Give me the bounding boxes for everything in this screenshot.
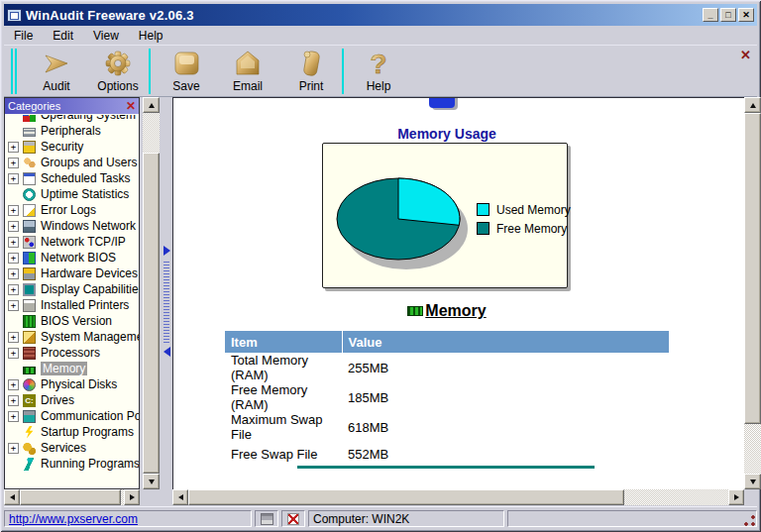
section-divider	[297, 466, 595, 469]
sidebar-item-operating-system[interactable]: Operating System	[8, 115, 139, 123]
expand-plus-icon[interactable]: +	[8, 395, 19, 406]
scroll-up-button[interactable]	[143, 97, 160, 113]
scroll-left-button[interactable]	[4, 489, 20, 505]
sidebar-item-windows-network[interactable]: +Windows Network	[8, 218, 139, 234]
sidebar-item-uptime-statistics[interactable]: Uptime Statistics	[8, 186, 139, 202]
expand-plus-icon[interactable]: +	[8, 173, 19, 184]
expand-plus-icon[interactable]: +	[8, 221, 19, 232]
scroll-thumb[interactable]	[20, 489, 121, 505]
sidebar-item-services[interactable]: +Services	[8, 440, 139, 456]
table-cell: Free Memory (RAM)	[225, 382, 342, 412]
sidebar-item-network-bios[interactable]: +Network BIOS	[8, 250, 139, 266]
menu-view[interactable]: View	[83, 28, 129, 44]
toolbar-close-icon[interactable]: ✕	[740, 49, 751, 61]
sidebar-item-error-logs[interactable]: +Error Logs	[8, 202, 139, 218]
status-save-panel	[255, 510, 278, 527]
scroll-thumb[interactable]	[744, 113, 761, 424]
website-link[interactable]: http://www.pxserver.com	[9, 512, 138, 526]
table-cell: 185MB	[342, 382, 669, 412]
sidebar-item-bios-version[interactable]: BIOS Version	[8, 313, 139, 329]
expand-plus-icon[interactable]: +	[8, 253, 19, 264]
sidebar-item-physical-disks[interactable]: +Physical Disks	[8, 376, 139, 392]
scroll-thumb[interactable]	[188, 489, 624, 505]
menu-file[interactable]: File	[4, 28, 43, 44]
close-button[interactable]: ✕	[738, 8, 754, 22]
toolbar-print-button[interactable]: Print	[282, 48, 340, 96]
sidebar-item-label: Error Logs	[41, 203, 96, 217]
sidebar-splitter[interactable]	[162, 97, 172, 505]
toolbar-options-button[interactable]: Options	[89, 48, 147, 96]
status-link-panel: http://www.pxserver.com	[4, 510, 252, 527]
sidebar-item-startup-programs[interactable]: Startup Programs	[8, 424, 139, 440]
error-logs-icon	[23, 204, 36, 217]
scroll-up-button[interactable]	[744, 97, 761, 113]
sidebar-item-processors[interactable]: +Processors	[8, 345, 139, 361]
column-header-value: Value	[342, 331, 669, 353]
sidebar-item-installed-printers[interactable]: +Installed Printers	[8, 297, 139, 313]
sidebar-item-display-capabilities[interactable]: +Display Capabilities	[8, 281, 139, 297]
hardware-devices-icon	[23, 267, 36, 280]
sidebar-item-groups-and-users[interactable]: +Groups and Users	[8, 155, 139, 170]
sidebar-item-network-tcp-ip[interactable]: +Network TCP/IP	[8, 234, 139, 250]
workspace: Categories ✕ Operating SystemPeripherals…	[4, 97, 757, 505]
expand-plus-icon[interactable]: +	[8, 411, 19, 422]
categories-header: Categories ✕	[5, 98, 139, 114]
content-vertical-scrollbar[interactable]	[744, 97, 761, 489]
sidebar-vertical-scrollbar[interactable]	[143, 97, 160, 489]
legend-swatch	[477, 203, 489, 216]
expand-plus-icon[interactable]: +	[8, 348, 19, 359]
expand-plus-icon[interactable]: +	[8, 268, 19, 279]
sidebar-item-security[interactable]: +Security	[8, 139, 139, 155]
sidebar-item-system-management[interactable]: +System Management	[8, 329, 139, 345]
expand-plus-icon[interactable]: +	[8, 284, 19, 295]
status-computer-panel: Computer: WIN2K	[308, 510, 504, 527]
scroll-right-button[interactable]	[124, 489, 140, 505]
expand-plus-icon[interactable]: +	[8, 142, 19, 153]
toolbar-email-button[interactable]: Email	[219, 48, 276, 96]
sidebar-item-running-programs[interactable]: Running Programs	[8, 456, 139, 472]
sidebar-item-communication-port[interactable]: +Communication Port	[8, 408, 139, 424]
splitter-grip[interactable]	[163, 262, 169, 343]
expand-plus-icon[interactable]: +	[8, 300, 19, 311]
sidebar-item-label: Display Capabilities	[41, 282, 139, 296]
categories-close-icon[interactable]: ✕	[126, 100, 136, 112]
menu-edit[interactable]: Edit	[43, 28, 83, 44]
sidebar-item-peripherals[interactable]: Peripherals	[8, 123, 139, 139]
expand-plus-icon[interactable]: +	[8, 379, 19, 390]
toolbar-button-label: Email	[233, 79, 263, 93]
table-cell: Maximum Swap File	[225, 412, 342, 442]
scroll-down-button[interactable]	[744, 474, 761, 489]
scroll-down-button[interactable]	[143, 474, 160, 489]
scroll-thumb[interactable]	[143, 153, 160, 474]
expand-plus-icon[interactable]: +	[8, 237, 19, 248]
peripherals-icon	[23, 128, 36, 137]
sidebar-item-scheduled-tasks[interactable]: +Scheduled Tasks	[8, 170, 139, 186]
minimize-button[interactable]: _	[703, 8, 718, 22]
sidebar-item-memory[interactable]: Memory	[8, 361, 139, 376]
table-row: Free Swap File552MB	[225, 442, 669, 467]
sidebar-horizontal-scrollbar[interactable]	[4, 489, 140, 505]
splitter-expand-icon[interactable]	[163, 246, 170, 256]
scroll-left-button[interactable]	[172, 489, 188, 505]
app-window: WinAudit Freeware v2.06.3 _ □ ✕ File Edi…	[0, 0, 761, 532]
maximize-button[interactable]: □	[720, 8, 736, 22]
table-cell: 552MB	[342, 442, 669, 467]
title-bar[interactable]: WinAudit Freeware v2.06.3 _ □ ✕	[4, 4, 757, 26]
sidebar-item-hardware-devices[interactable]: +Hardware Devices	[8, 266, 139, 281]
toolbar-audit-button[interactable]: Audit	[28, 48, 85, 96]
expand-plus-icon[interactable]: +	[8, 158, 19, 168]
content-horizontal-scrollbar[interactable]	[172, 489, 744, 505]
menu-help[interactable]: Help	[129, 28, 173, 44]
toolbar-save-button[interactable]: Save	[158, 48, 215, 96]
sidebar-item-label: Uptime Statistics	[41, 187, 129, 201]
splitter-collapse-icon[interactable]	[163, 347, 170, 357]
expand-plus-icon[interactable]: +	[8, 443, 19, 454]
resize-grip[interactable]	[744, 515, 755, 526]
expand-plus-icon[interactable]: +	[8, 205, 19, 216]
sidebar-item-label: Services	[41, 441, 86, 455]
table-row: Total Memory (RAM)255MB	[225, 353, 669, 382]
expand-plus-icon[interactable]: +	[8, 332, 19, 343]
toolbar-help-button[interactable]: ? Help	[350, 48, 407, 96]
sidebar-item-drives[interactable]: +Drives	[8, 392, 139, 408]
scroll-right-button[interactable]	[728, 489, 744, 505]
